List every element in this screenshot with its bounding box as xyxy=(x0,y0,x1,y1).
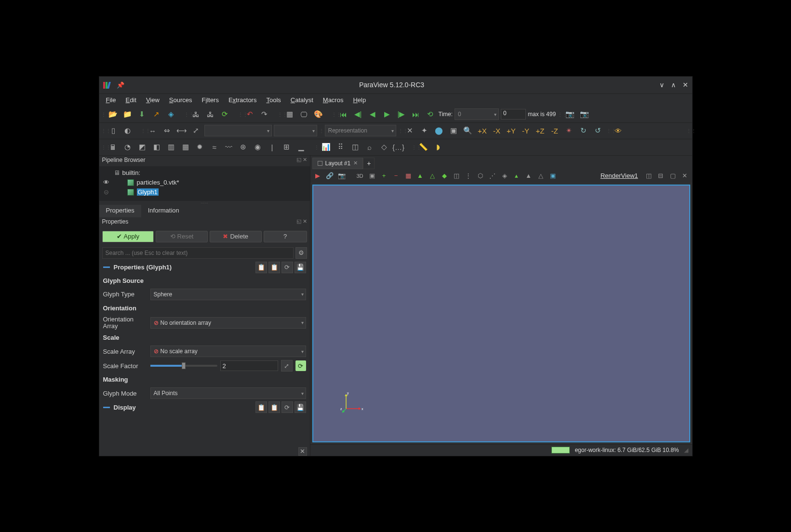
range-time-icon[interactable]: ⇔ xyxy=(161,124,174,137)
menu-file[interactable]: File xyxy=(102,95,120,105)
camera-link-icon[interactable]: 🔗 xyxy=(324,171,335,181)
tree-item-builtin[interactable]: 🖥 builtin: xyxy=(99,168,310,178)
screenshot-icon[interactable]: 🖵 xyxy=(298,108,310,120)
pin-icon[interactable]: 📌 xyxy=(117,81,124,89)
apply-button[interactable]: ✔ Apply xyxy=(102,231,154,242)
first-frame-icon[interactable]: ⏮ xyxy=(337,108,350,120)
range-icon[interactable]: ↔ xyxy=(147,124,159,137)
render-icon[interactable]: ▶ xyxy=(312,171,323,181)
rotate-cw-icon[interactable]: ↻ xyxy=(577,124,590,137)
plusx-icon[interactable]: +X xyxy=(476,124,489,137)
bars-icon[interactable]: 📊 xyxy=(320,141,333,153)
range-custom-icon[interactable]: ⟷ xyxy=(175,124,188,137)
select-points-icon[interactable]: ▲ xyxy=(415,171,426,181)
eye-icon[interactable]: 👁 xyxy=(612,124,625,137)
loop-icon[interactable]: ⟲ xyxy=(424,108,437,120)
scale-array-selector[interactable]: No scale array xyxy=(150,346,306,357)
maximize-icon[interactable]: ∧ xyxy=(671,81,676,89)
play-icon[interactable]: ▶ xyxy=(381,108,393,120)
play-back-icon[interactable]: ◀ xyxy=(366,108,379,120)
rotate-ccw-icon[interactable]: ↺ xyxy=(592,124,604,137)
save-state-icon[interactable]: ↗ xyxy=(150,108,163,120)
poly-cells-icon[interactable]: ⬡ xyxy=(475,171,486,181)
snapshot-icon[interactable]: 📷 xyxy=(336,171,347,181)
glyph-mode-selector[interactable]: All Points xyxy=(150,387,306,399)
hover-points-icon[interactable]: ▴ xyxy=(511,171,522,181)
palette-icon[interactable]: 🎨 xyxy=(312,108,325,120)
reset-camera-icon[interactable]: ✕ xyxy=(404,124,416,137)
help-button[interactable]: ? xyxy=(264,231,307,242)
layout-tab[interactable]: Layout #1 ✕ xyxy=(312,158,363,169)
tree-item-particles[interactable]: 👁 particles_0.vtk* xyxy=(99,178,310,187)
zoom-box-icon[interactable]: 🔍 xyxy=(462,124,474,137)
box-icon[interactable]: ▦ xyxy=(283,108,296,120)
subset-icon[interactable]: ◉ xyxy=(252,141,264,153)
time-value-field[interactable]: 0 xyxy=(455,108,499,120)
tree-item-glyph[interactable]: ⊝ Glyph1 xyxy=(99,187,310,197)
hover-cells-icon[interactable]: ◈ xyxy=(499,171,510,181)
stream-icon[interactable]: ≈ xyxy=(208,141,221,153)
paste-icon[interactable]: 📋 xyxy=(268,262,280,273)
split-h-icon[interactable]: ◫ xyxy=(644,171,654,181)
minimize-icon[interactable]: ∨ xyxy=(659,81,664,89)
clear-selection-icon[interactable]: ▣ xyxy=(548,171,558,181)
warp-icon[interactable]: 〰 xyxy=(223,141,235,153)
resize-grip-icon[interactable]: ◢ xyxy=(684,447,688,453)
pipeline-tree[interactable]: 🖥 builtin: 👁 particles_0.vtk* ⊝ Glyph1 xyxy=(99,166,310,201)
render-view[interactable]: x y z xyxy=(312,185,690,442)
isometric-icon[interactable]: ✴ xyxy=(563,124,576,137)
prev-frame-icon[interactable]: ◀| xyxy=(352,108,364,120)
orientation-array-selector[interactable]: No orientation array xyxy=(150,317,306,329)
mode-3d-button[interactable]: 3D xyxy=(355,171,365,181)
component-selector[interactable] xyxy=(274,125,317,136)
clip-icon[interactable]: ◩ xyxy=(136,141,148,153)
minusz-icon[interactable]: -Z xyxy=(549,124,561,137)
menu-sources[interactable]: Sources xyxy=(165,95,196,105)
server-disconnect-icon[interactable]: 🖧 xyxy=(204,108,217,120)
protractor-icon[interactable]: ◗ xyxy=(432,141,444,153)
refresh-icon[interactable]: ⟳ xyxy=(295,360,306,371)
remove-selection-icon[interactable]: − xyxy=(391,171,402,181)
camera-add-icon[interactable]: 📷 xyxy=(578,108,590,120)
select-faces-icon[interactable]: △ xyxy=(427,171,438,181)
glyph-icon[interactable]: ✹ xyxy=(194,141,206,153)
minusx-icon[interactable]: -X xyxy=(491,124,503,137)
folder-icon[interactable]: 📁 xyxy=(121,108,134,120)
copy-icon[interactable]: 📋 xyxy=(255,262,267,273)
threshold-icon[interactable]: ▥ xyxy=(165,141,177,153)
menu-catalyst[interactable]: Catalyst xyxy=(287,95,317,105)
close-panel-icon[interactable]: ✕ xyxy=(303,157,307,165)
search-input[interactable] xyxy=(102,247,294,259)
select-block-icon[interactable]: ◆ xyxy=(439,171,450,181)
minusy-icon[interactable]: -Y xyxy=(520,124,532,137)
menu-edit[interactable]: Edit xyxy=(121,95,140,105)
copy-icon[interactable]: 📋 xyxy=(255,401,267,413)
tab-properties[interactable]: Properties xyxy=(99,205,141,217)
range-grow-icon[interactable]: ⤢ xyxy=(190,124,202,137)
json-icon[interactable]: {…} xyxy=(392,141,405,153)
query-icon[interactable]: ◫ xyxy=(349,141,362,153)
next-frame-icon[interactable]: |▶ xyxy=(395,108,408,120)
dots-icon[interactable]: ⠿ xyxy=(335,141,347,153)
colormap-icon[interactable]: ◐ xyxy=(121,124,134,137)
collapse-bar-icon[interactable] xyxy=(103,266,110,268)
menu-macros[interactable]: Macros xyxy=(319,95,348,105)
connect-icon[interactable]: ◈ xyxy=(165,108,177,120)
extract-level-icon[interactable]: ⊞ xyxy=(281,141,293,153)
menu-help[interactable]: Help xyxy=(349,95,370,105)
select-cells-icon[interactable]: ▦ xyxy=(403,171,414,181)
add-selection-icon[interactable]: + xyxy=(379,171,389,181)
reload-icon[interactable]: ⟳ xyxy=(219,108,231,120)
plusz-icon[interactable]: +Z xyxy=(534,124,547,137)
representation-selector[interactable]: Representation xyxy=(325,125,396,136)
fit-icon[interactable]: ▣ xyxy=(447,124,460,137)
zoom-closest-icon[interactable]: ✦ xyxy=(418,124,431,137)
maximize-view-icon[interactable]: ▢ xyxy=(668,171,678,181)
close-view-icon[interactable]: ✕ xyxy=(680,171,690,181)
interaction-icon[interactable]: ▣ xyxy=(367,171,377,181)
tab-information[interactable]: Information xyxy=(141,205,186,217)
add-layout-button[interactable]: + xyxy=(363,158,375,169)
scale-factor-slider[interactable] xyxy=(150,365,217,367)
reset-button[interactable]: ⟲ Reset xyxy=(156,231,208,242)
panel-splitter[interactable]: ⋯⋯ xyxy=(99,201,310,205)
